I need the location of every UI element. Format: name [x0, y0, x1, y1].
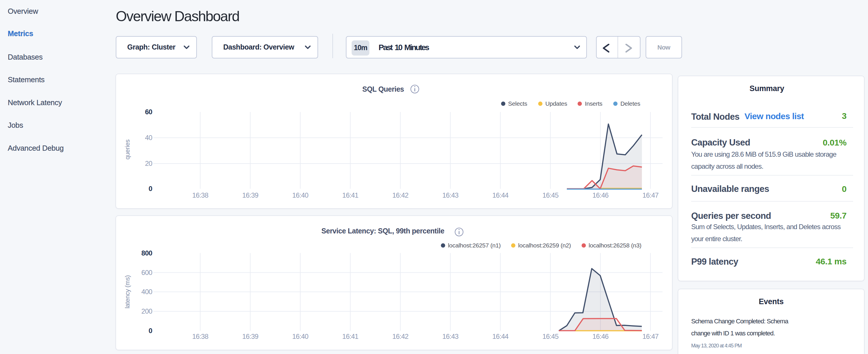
svg-text:0: 0 [149, 327, 152, 334]
svg-text:40: 40 [145, 134, 152, 141]
svg-text:400: 400 [141, 288, 152, 296]
svg-text:16:47: 16:47 [643, 332, 659, 340]
svg-text:Deletes: Deletes [620, 100, 640, 107]
svg-text:16:43: 16:43 [442, 191, 459, 199]
svg-text:200: 200 [141, 307, 152, 315]
svg-text:16:45: 16:45 [542, 191, 559, 199]
svg-text:latency (ms): latency (ms) [124, 275, 131, 309]
svg-text:600: 600 [141, 269, 152, 277]
svg-text:16:43: 16:43 [442, 332, 459, 340]
svg-text:16:47: 16:47 [643, 191, 659, 199]
svg-text:800: 800 [141, 249, 152, 257]
svg-text:16:41: 16:41 [342, 191, 359, 199]
svg-text:16:44: 16:44 [492, 332, 509, 340]
svg-text:queries: queries [124, 139, 131, 160]
svg-text:16:40: 16:40 [292, 332, 309, 340]
svg-text:Selects: Selects [508, 100, 527, 107]
svg-text:16:38: 16:38 [192, 191, 209, 199]
svg-text:16:42: 16:42 [392, 191, 409, 199]
svg-text:Updates: Updates [545, 100, 567, 107]
svg-text:16:40: 16:40 [292, 191, 309, 199]
svg-text:16:39: 16:39 [242, 332, 258, 340]
svg-text:Service Latency: SQL, 99th per: Service Latency: SQL, 99th percentile [321, 227, 444, 235]
svg-text:60: 60 [145, 108, 152, 116]
svg-text:16:42: 16:42 [392, 332, 409, 340]
svg-text:16:46: 16:46 [592, 332, 609, 340]
svg-text:SQL Queries: SQL Queries [362, 85, 404, 93]
svg-text:localhost:26258 (n3): localhost:26258 (n3) [589, 242, 641, 249]
svg-text:16:45: 16:45 [542, 332, 559, 340]
svg-text:16:41: 16:41 [342, 332, 359, 340]
svg-text:16:38: 16:38 [192, 332, 209, 340]
svg-text:localhost:26257 (n1): localhost:26257 (n1) [448, 242, 501, 249]
svg-text:16:46: 16:46 [592, 191, 609, 199]
svg-text:20: 20 [145, 160, 152, 167]
svg-text:localhost:26259 (n2): localhost:26259 (n2) [518, 242, 571, 249]
svg-text:0: 0 [149, 185, 152, 192]
svg-text:16:39: 16:39 [242, 191, 258, 199]
svg-text:Inserts: Inserts [585, 100, 602, 107]
svg-text:16:44: 16:44 [492, 191, 509, 199]
